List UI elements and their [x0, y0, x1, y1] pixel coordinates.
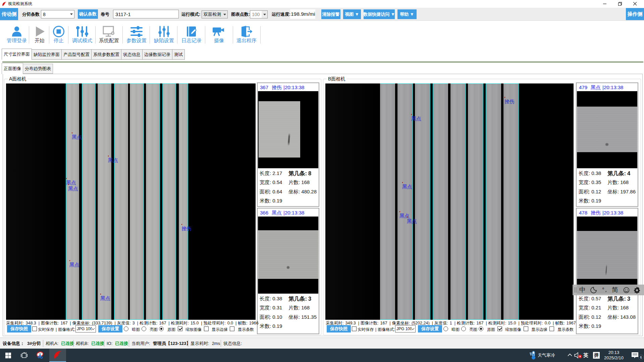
tray-expand-chevron-icon[interactable] [568, 353, 572, 357]
vision-app-taskbar-button[interactable] [49, 349, 66, 362]
stat-value: 0.19 [272, 198, 282, 203]
thumbnail-texture [577, 231, 637, 279]
action-param-sliders[interactable]: 参数设置 [123, 21, 150, 48]
display-option-checkbox-2[interactable] [204, 326, 209, 331]
action-toolbar: 管理登录开始停止调试模式系统配置参数设置缺陷设置日志记录摄像退出程序 [0, 21, 644, 49]
status-label: 相机A: [46, 341, 58, 347]
subtab-1[interactable]: 正面图像 [2, 63, 23, 74]
close-button[interactable] [628, 0, 643, 8]
camera-b-image[interactable]: 挫伤黑点黑点黑点黑点 [325, 83, 574, 320]
ime-settings-gear-icon[interactable] [634, 287, 640, 294]
action-video-camera[interactable]: 摄像 [206, 21, 232, 48]
display-option-checkbox-1[interactable] [497, 326, 502, 331]
display-option-checkbox-1[interactable] [178, 326, 182, 331]
save-snapshot-button[interactable]: 保存快照 [327, 325, 351, 333]
action-exit-door[interactable]: 退出程序 [233, 21, 260, 48]
language-indicator[interactable]: 英 [583, 349, 588, 362]
action-debug-sliders[interactable]: 调试模式 [69, 21, 96, 48]
realtime-save-checkbox[interactable] [32, 326, 37, 331]
image-mode-radio-3[interactable] [159, 326, 164, 331]
ime-drag-handle[interactable] [575, 287, 576, 293]
tab-3[interactable]: 产品型号配置 [62, 49, 92, 60]
action-center-icon[interactable] [631, 352, 639, 359]
stat-label: 长度: [260, 296, 271, 301]
clear-alarm-button[interactable]: 清除报警 [321, 9, 340, 19]
action-defect-sliders[interactable]: 缺陷设置 [151, 21, 177, 48]
defect-stat-row: 坐标:480.28 [288, 189, 317, 195]
tab-5[interactable]: 状态信息 [121, 49, 143, 60]
operate-side-button[interactable]: 操作侧 [626, 8, 644, 20]
display-option-checkbox-3[interactable] [549, 326, 554, 331]
stats-pipe: | [39, 321, 40, 325]
image-mode-radio-1[interactable] [124, 326, 128, 331]
snipping-tool-button[interactable] [32, 349, 48, 362]
stat-value: 3 [308, 296, 311, 302]
thumbnail-texture [259, 101, 300, 158]
camera-a-image[interactable]: 黑点黑点黑点黑点挫伤黑点黑点 [6, 83, 256, 320]
strip-texture [82, 84, 95, 319]
thumbnail-texture [258, 230, 318, 279]
realtime-save-checkbox[interactable] [352, 326, 357, 331]
ime-toolbar[interactable]: 中 °， 简 [573, 285, 644, 295]
maximize-button[interactable] [612, 0, 628, 8]
save-settings-button[interactable]: 保存设置 [98, 325, 122, 333]
chart-points-combobox[interactable]: 100 [250, 10, 268, 18]
start-button[interactable] [0, 349, 16, 362]
image-mode-radio-2[interactable] [461, 326, 466, 331]
stat-value: 8 [308, 170, 311, 176]
image-mode-radio-3[interactable] [479, 326, 483, 331]
help-menu-button[interactable]: 帮助 ▼ [397, 9, 417, 19]
action-system-config[interactable]: 系统配置 [96, 21, 122, 48]
camera-a-defect-card-2[interactable]: 366黑点|20:13:38长度:0.38宽度:0.31面积:0.10米数:0.… [257, 208, 319, 334]
stat-value: 4 [627, 170, 630, 176]
image-mode-radio-2[interactable] [142, 326, 146, 331]
drive-side-button[interactable]: 传动侧 [0, 8, 18, 20]
save-settings-button[interactable]: 保存设置 [418, 325, 442, 333]
stat-value: 3 [132, 321, 135, 325]
volume-muted-icon[interactable] [574, 352, 582, 359]
status-divider [129, 340, 129, 347]
ime-emoji-icon[interactable] [623, 287, 630, 293]
tab-1[interactable]: 尺寸监控界面 [2, 49, 32, 60]
tab-6[interactable]: 边缘数据记录 [143, 49, 172, 60]
quick-data-menu-button[interactable]: 数据快捷访问 ▼ [364, 9, 395, 19]
slice-count-combobox[interactable]: 8 [41, 10, 74, 18]
task-view-button[interactable] [16, 349, 32, 362]
run-mode-combobox[interactable]: 双面检测 [202, 10, 228, 18]
tab-7[interactable]: 测试 [172, 49, 185, 60]
ime-punctuation-mode[interactable]: °， [602, 285, 607, 295]
tab-2[interactable]: 缺陷监控界面 [32, 49, 62, 60]
stat-value: 197.86 [620, 189, 636, 194]
display-option-checkbox-3[interactable] [230, 326, 234, 331]
action-label: 参数设置 [126, 38, 147, 44]
minimize-button[interactable] [597, 0, 612, 8]
defect-thumbnail [258, 91, 318, 168]
image-mode-radio-1[interactable] [443, 326, 448, 331]
image-format-combobox[interactable]: JPG 100 [395, 325, 416, 333]
camera-a-defect-card-1[interactable]: 367挫伤|20:13:38长度:2.17宽度:0.54面积:0.64米数:0.… [257, 82, 319, 207]
save-snapshot-button[interactable]: 保存快照 [7, 325, 31, 333]
view-menu-button[interactable]: 视图 ▼ [343, 9, 361, 19]
stat-value: 167 [380, 321, 387, 325]
ime-chinese-mode[interactable]: 中 [579, 285, 586, 295]
stat-label: 片数: [607, 305, 619, 310]
confirm-count-button[interactable]: 确认条数 [78, 9, 98, 19]
image-format-combobox[interactable]: JPG 100 [75, 325, 96, 333]
camera-b-stats-line: 采集耗时:349.3|图像计数:167|像素坐标:(5202,24)|灰度值:1… [326, 320, 576, 326]
camera-b-defect-card-1[interactable]: 479黑点|20:13:38长度:0.38宽度:0.35面积:0.12米数:0.… [576, 82, 638, 207]
display-option-checkbox-2[interactable] [524, 326, 528, 331]
roll-no-input[interactable]: 3117-1 [113, 10, 179, 18]
tab-4[interactable]: 系统参数配置 [92, 49, 121, 60]
task-view-icon [21, 352, 28, 359]
subtab-2[interactable]: 分布趋势图表 [23, 64, 53, 74]
main-toolbar: 传动侧 分切条数 8 确认条数 卷号 3117-1 运行模式: 双面检测 图表点… [0, 8, 644, 21]
camera-b-defect-card-2[interactable]: 478挫伤|20:13:38长度:0.57宽度:0.21面积:0.12米数:0.… [576, 208, 638, 334]
ime-moon-icon[interactable] [590, 287, 597, 293]
play-icon [34, 25, 46, 39]
action-log-book[interactable]: 日志记录 [178, 21, 205, 48]
weather-text[interactable]: 天气寒冷 [538, 349, 555, 362]
ime-pinyin-badge[interactable]: 拼 [593, 352, 600, 359]
taskbar-clock[interactable]: 20:13 2025/2/10 [603, 349, 625, 362]
strip-texture [130, 84, 144, 319]
ime-simplified-mode[interactable]: 简 [612, 285, 618, 295]
